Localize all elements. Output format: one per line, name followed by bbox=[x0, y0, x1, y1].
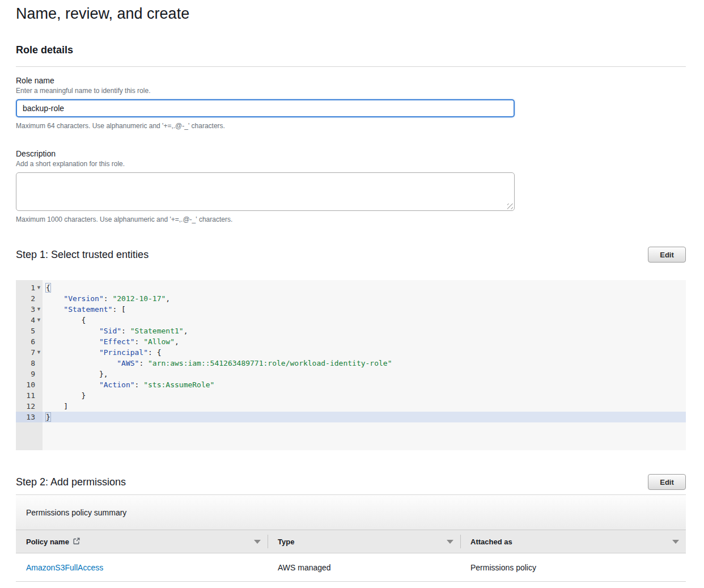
editor-line-6[interactable]: 6 "Effect": "Allow", bbox=[16, 336, 686, 347]
fold-spacer bbox=[35, 325, 43, 336]
text-caret bbox=[50, 413, 51, 421]
page-title: Name, review, and create bbox=[16, 0, 686, 23]
column-header-type[interactable]: Type bbox=[268, 530, 460, 553]
fold-spacer bbox=[35, 369, 43, 379]
description-input[interactable] bbox=[16, 172, 515, 211]
policy-type-cell: AWS managed bbox=[268, 553, 460, 581]
role-name-help: Enter a meaningful name to identify this… bbox=[16, 87, 686, 95]
editor-gutter[interactable]: 2 bbox=[16, 293, 43, 304]
policy-link[interactable]: AmazonS3FullAccess bbox=[26, 563, 103, 572]
line-number: 13 bbox=[26, 412, 35, 422]
editor-line-7[interactable]: 7▼ "Principal": { bbox=[16, 347, 686, 358]
step1-section-header: Step 1: Select trusted entities Edit bbox=[16, 247, 686, 263]
editor-code-line[interactable]: "Sid": "Statement1", bbox=[43, 325, 188, 336]
editor-code-line[interactable]: } bbox=[43, 412, 51, 422]
fold-toggle-icon[interactable]: ▼ bbox=[35, 282, 43, 293]
line-number: 11 bbox=[26, 390, 35, 401]
fold-spacer bbox=[35, 390, 43, 401]
line-number: 12 bbox=[26, 401, 35, 412]
editor-gutter[interactable]: 6 bbox=[16, 336, 43, 347]
editor-code-line[interactable]: "AWS": "arn:aws:iam::541263489771:role/w… bbox=[43, 358, 392, 369]
editor-gutter[interactable]: 9 bbox=[16, 369, 43, 379]
fold-spacer bbox=[35, 336, 43, 347]
editor-gutter[interactable]: 7▼ bbox=[16, 347, 43, 358]
editor-gutter[interactable]: 10 bbox=[16, 379, 43, 390]
line-number: 2 bbox=[31, 293, 35, 304]
editor-code-line[interactable]: }, bbox=[43, 369, 108, 379]
editor-line-13[interactable]: 13} bbox=[16, 412, 686, 422]
editor-code-line[interactable]: } bbox=[43, 390, 86, 401]
fold-spacer bbox=[35, 379, 43, 390]
editor-gutter[interactable]: 3▼ bbox=[16, 304, 43, 315]
editor-code-line[interactable]: "Effect": "Allow", bbox=[43, 336, 179, 347]
editor-gutter[interactable]: 8 bbox=[16, 358, 43, 369]
editor-code-line[interactable]: "Statement": [ bbox=[43, 304, 126, 315]
editor-line-8[interactable]: 8 "AWS": "arn:aws:iam::541263489771:role… bbox=[16, 358, 686, 369]
fold-toggle-icon[interactable]: ▼ bbox=[35, 347, 43, 358]
editor-line-4[interactable]: 4▼ { bbox=[16, 315, 686, 325]
editor-line-5[interactable]: 5 "Sid": "Statement1", bbox=[16, 325, 686, 336]
table-header-row: Policy name Type Attached as bbox=[16, 530, 686, 553]
column-header-policy-name[interactable]: Policy name bbox=[16, 530, 268, 553]
permissions-table: Policy name Type Attached as bbox=[16, 530, 686, 582]
resize-grip-icon[interactable] bbox=[507, 204, 513, 209]
line-number: 9 bbox=[31, 369, 35, 379]
editor-gutter[interactable]: 11 bbox=[16, 390, 43, 401]
create-role-review-page: Name, review, and create Role details Ro… bbox=[0, 0, 704, 588]
fold-spacer bbox=[35, 358, 43, 369]
editor-gutter[interactable]: 12 bbox=[16, 401, 43, 412]
editor-code-line[interactable]: "Action": "sts:AssumeRole" bbox=[43, 379, 214, 390]
editor-line-12[interactable]: 12 ] bbox=[16, 401, 686, 412]
sort-icon[interactable] bbox=[672, 540, 679, 544]
editor-line-3[interactable]: 3▼ "Statement": [ bbox=[16, 304, 686, 315]
sort-icon[interactable] bbox=[254, 540, 261, 544]
type-header-label: Type bbox=[278, 538, 294, 546]
fold-toggle-icon[interactable]: ▼ bbox=[35, 304, 43, 315]
editor-line-11[interactable]: 11 } bbox=[16, 390, 686, 401]
editor-code-line[interactable]: "Principal": { bbox=[43, 347, 162, 358]
step2-edit-button[interactable]: Edit bbox=[648, 474, 686, 490]
line-number: 8 bbox=[31, 358, 35, 369]
fold-spacer bbox=[35, 401, 43, 412]
line-number: 5 bbox=[31, 325, 35, 336]
line-number: 3 bbox=[31, 304, 35, 315]
external-link-icon bbox=[73, 537, 80, 545]
column-header-attached-as[interactable]: Attached as bbox=[460, 530, 686, 553]
sort-icon[interactable] bbox=[447, 540, 453, 544]
line-number: 10 bbox=[26, 379, 35, 390]
permissions-panel-header: Permissions policy summary bbox=[16, 495, 686, 530]
line-number: 7 bbox=[31, 347, 35, 358]
editor-code-line[interactable]: ] bbox=[43, 401, 68, 412]
description-label: Description bbox=[16, 149, 686, 158]
attached-as-header-label: Attached as bbox=[470, 538, 512, 546]
step2-heading: Step 2: Add permissions bbox=[16, 476, 126, 488]
editor-gutter[interactable]: 5 bbox=[16, 325, 43, 336]
editor-line-9[interactable]: 9 }, bbox=[16, 369, 686, 379]
description-help: Add a short explanation for this role. bbox=[16, 160, 686, 168]
divider bbox=[16, 66, 686, 67]
editor-code-line[interactable]: { bbox=[43, 315, 86, 325]
description-field: Description Add a short explanation for … bbox=[16, 149, 686, 223]
fold-spacer bbox=[35, 412, 43, 422]
editor-line-1[interactable]: 1▼{ bbox=[16, 282, 686, 293]
table-row: AmazonS3FullAccess AWS managed Permissio… bbox=[16, 553, 686, 582]
fold-spacer bbox=[35, 293, 43, 304]
editor-gutter[interactable]: 1▼ bbox=[16, 282, 43, 293]
line-number: 6 bbox=[31, 336, 35, 347]
editor-line-10[interactable]: 10 "Action": "sts:AssumeRole" bbox=[16, 379, 686, 390]
editor-code-line[interactable]: "Version": "2012-10-17", bbox=[43, 293, 170, 304]
fold-toggle-icon[interactable]: ▼ bbox=[35, 315, 43, 325]
description-constraint: Maximum 1000 characters. Use alphanumeri… bbox=[16, 215, 686, 223]
role-name-field: Role name Enter a meaningful name to ide… bbox=[16, 76, 686, 130]
policy-name-header-label: Policy name bbox=[26, 538, 69, 546]
editor-code-line[interactable]: { bbox=[43, 282, 50, 293]
step1-edit-button[interactable]: Edit bbox=[648, 247, 686, 263]
role-name-label: Role name bbox=[16, 76, 686, 85]
editor-gutter[interactable]: 13 bbox=[16, 412, 43, 422]
trust-policy-code-editor[interactable]: 1▼{2 "Version": "2012-10-17",3▼ "Stateme… bbox=[16, 280, 686, 450]
role-name-input[interactable] bbox=[16, 99, 515, 117]
editor-line-2[interactable]: 2 "Version": "2012-10-17", bbox=[16, 293, 686, 304]
editor-gutter[interactable]: 4▼ bbox=[16, 315, 43, 325]
attached-as-cell: Permissions policy bbox=[460, 553, 686, 581]
role-name-constraint: Maximum 64 characters. Use alphanumeric … bbox=[16, 122, 686, 130]
